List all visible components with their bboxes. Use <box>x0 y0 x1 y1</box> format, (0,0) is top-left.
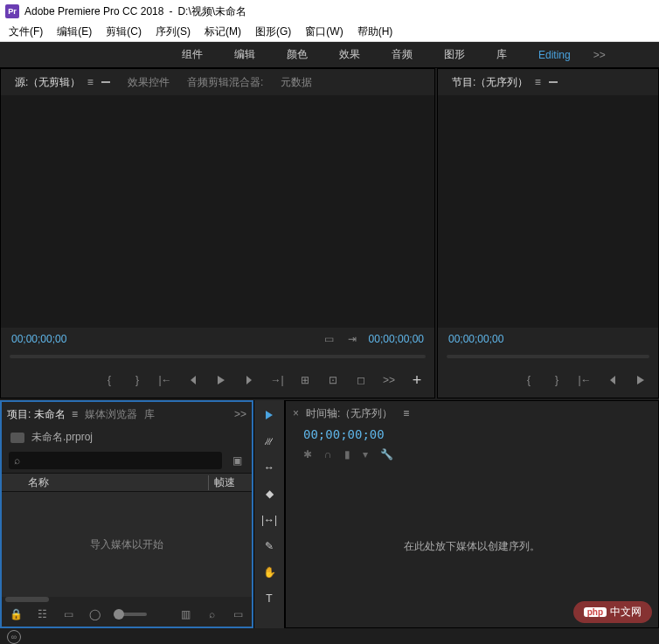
tab-media-browser[interactable]: 媒体浏览器 <box>85 407 137 422</box>
menu-graphics[interactable]: 图形(G) <box>250 23 296 41</box>
search-input[interactable]: ⌕ <box>9 452 222 469</box>
step-back-icon[interactable] <box>606 373 620 387</box>
more-icon[interactable]: >> <box>382 373 396 387</box>
workspace-overflow-icon[interactable]: >> <box>586 49 613 61</box>
slip-tool-icon[interactable]: |↔| <box>260 510 279 530</box>
menu-window[interactable]: 窗口(W) <box>300 23 348 41</box>
timeline-timecode[interactable]: 00;00;00;00 <box>286 426 658 443</box>
creative-cloud-icon[interactable]: ∞ <box>7 630 21 644</box>
panel-menu-icon[interactable]: ≡ <box>403 407 409 419</box>
step-forward-icon[interactable] <box>242 373 256 387</box>
tab-metadata[interactable]: 元数据 <box>274 72 319 93</box>
go-to-in-icon[interactable]: |← <box>158 373 172 387</box>
project-search-row: ⌕ ▣ <box>2 448 252 473</box>
project-empty-hint[interactable]: 导入媒体以开始 <box>2 492 252 597</box>
workspace-color[interactable]: 颜色 <box>271 42 323 67</box>
search-icon: ⌕ <box>14 454 20 467</box>
panel-menu-icon[interactable]: ≡ <box>535 76 541 88</box>
hand-tool-icon[interactable]: ✋ <box>260 563 279 582</box>
add-marker-icon[interactable]: ▮ <box>344 448 350 460</box>
workspace-audio[interactable]: 音频 <box>376 42 428 67</box>
fit-icon[interactable]: ▭ <box>323 333 336 345</box>
status-bar: ∞ <box>0 628 659 644</box>
menu-file[interactable]: 文件(F) <box>3 23 48 41</box>
pen-tool-icon[interactable]: ✎ <box>260 537 279 556</box>
app-icon: Pr <box>5 4 19 18</box>
find-icon[interactable]: ⌕ <box>205 607 219 621</box>
title-sep: - <box>169 5 172 17</box>
tab-program[interactable]: 节目:（无序列） ≡ <box>445 72 565 93</box>
project-panel: 项目: 未命名 ≡ 媒体浏览器 库 >> 未命名.prproj ⌕ ▣ 名称 帧… <box>0 400 253 628</box>
new-bin-from-search-icon[interactable]: ▣ <box>229 453 245 468</box>
program-timecode-left[interactable]: 00;00;00;00 <box>448 333 503 345</box>
insert-icon[interactable]: ⊞ <box>298 373 312 387</box>
wrench-icon[interactable]: 🔧 <box>380 448 393 460</box>
play-icon[interactable] <box>214 373 228 387</box>
panel-menu-icon[interactable]: ≡ <box>87 76 94 88</box>
icon-view-icon[interactable]: ▭ <box>61 607 75 621</box>
lower-row: 项目: 未命名 ≡ 媒体浏览器 库 >> 未命名.prproj ⌕ ▣ 名称 帧… <box>0 400 659 628</box>
workspace-editing[interactable]: Editing <box>523 44 586 66</box>
lock-icon[interactable]: 🔒 <box>9 607 23 621</box>
automate-to-sequence-icon[interactable]: ▥ <box>178 607 192 621</box>
new-bin-icon[interactable]: ▭ <box>231 607 245 621</box>
export-frame-icon[interactable]: ◻ <box>354 373 368 387</box>
source-timecode-right[interactable]: 00;00;00;00 <box>369 333 424 345</box>
panel-menu-icon[interactable]: ≡ <box>72 408 78 420</box>
razor-tool-icon[interactable]: ◆ <box>260 484 279 503</box>
list-view-icon[interactable]: ☷ <box>35 607 49 621</box>
safe-margins-icon[interactable]: ⇥ <box>346 333 358 345</box>
snap-icon[interactable]: ✱ <box>303 448 312 460</box>
mark-out-icon[interactable]: } <box>550 373 564 387</box>
ripple-edit-tool-icon[interactable]: ↔ <box>260 458 279 477</box>
tab-overflow-icon[interactable]: >> <box>234 408 246 420</box>
thumbnail-size-slider[interactable] <box>114 613 147 616</box>
program-zoom-slider[interactable] <box>447 352 649 361</box>
mark-out-icon[interactable]: } <box>130 373 144 387</box>
tab-source[interactable]: 源:（无剪辑） ≡ <box>8 72 117 93</box>
source-timecode-row: 00;00;00;00 ▭ ⇥ 00;00;00;00 <box>1 328 434 350</box>
play-icon[interactable] <box>634 373 648 387</box>
mark-in-icon[interactable]: { <box>102 373 116 387</box>
overwrite-icon[interactable]: ⊡ <box>326 373 340 387</box>
source-zoom-slider[interactable] <box>10 352 426 361</box>
menu-help[interactable]: 帮助(H) <box>352 23 399 41</box>
program-monitor-view <box>438 95 658 328</box>
menu-marker[interactable]: 标记(M) <box>199 23 246 41</box>
track-select-tool-icon[interactable]: ⫻ <box>260 432 279 451</box>
menu-sequence[interactable]: 序列(S) <box>150 23 196 41</box>
workspace-effects[interactable]: 效果 <box>323 42 376 67</box>
workspace-editing-cn[interactable]: 编辑 <box>219 42 271 67</box>
col-fps[interactable]: 帧速 <box>208 475 252 490</box>
freeform-view-icon[interactable]: ◯ <box>87 607 101 621</box>
project-footer: 🔒 ☷ ▭ ◯ ▥ ⌕ ▭ <box>2 602 252 627</box>
workspace-libraries[interactable]: 库 <box>481 42 523 67</box>
source-timecode-left[interactable]: 00;00;00;00 <box>11 333 66 345</box>
timeline-display-settings-icon[interactable]: ▾ <box>363 448 368 460</box>
tab-libraries[interactable]: 库 <box>144 407 155 422</box>
tab-effect-controls[interactable]: 效果控件 <box>121 72 177 93</box>
tab-project[interactable]: 项目: 未命名 ≡ <box>7 407 78 422</box>
close-icon[interactable]: × <box>293 407 299 419</box>
mark-in-icon[interactable]: { <box>522 373 536 387</box>
source-monitor-view <box>1 95 434 328</box>
menu-edit[interactable]: 编辑(E) <box>52 23 97 41</box>
program-panel-tabs: 节目:（无序列） ≡ <box>438 69 658 95</box>
type-tool-icon[interactable]: T <box>260 589 279 608</box>
tab-audio-clip-mixer[interactable]: 音频剪辑混合器: <box>180 72 270 93</box>
go-to-out-icon[interactable]: →| <box>270 373 284 387</box>
go-to-in-icon[interactable]: |← <box>578 373 592 387</box>
project-filename: 未命名.prproj <box>31 430 93 445</box>
source-transport: { } |← →| ⊞ ⊡ ◻ >> + <box>1 363 434 398</box>
project-file-row: 未命名.prproj <box>2 426 252 448</box>
menu-clip[interactable]: 剪辑(C) <box>101 23 147 41</box>
selection-tool-icon[interactable] <box>260 405 279 425</box>
workspace-graphics[interactable]: 图形 <box>428 42 481 67</box>
workspace-assembly[interactable]: 组件 <box>166 42 219 67</box>
linked-selection-icon[interactable]: ∩ <box>324 448 332 460</box>
program-transport: { } |← <box>438 363 658 398</box>
col-name[interactable]: 名称 <box>2 475 208 490</box>
add-button-icon[interactable]: + <box>410 373 424 387</box>
source-panel-tabs: 源:（无剪辑） ≡ 效果控件 音频剪辑混合器: 元数据 <box>1 69 434 95</box>
step-back-icon[interactable] <box>186 373 200 387</box>
